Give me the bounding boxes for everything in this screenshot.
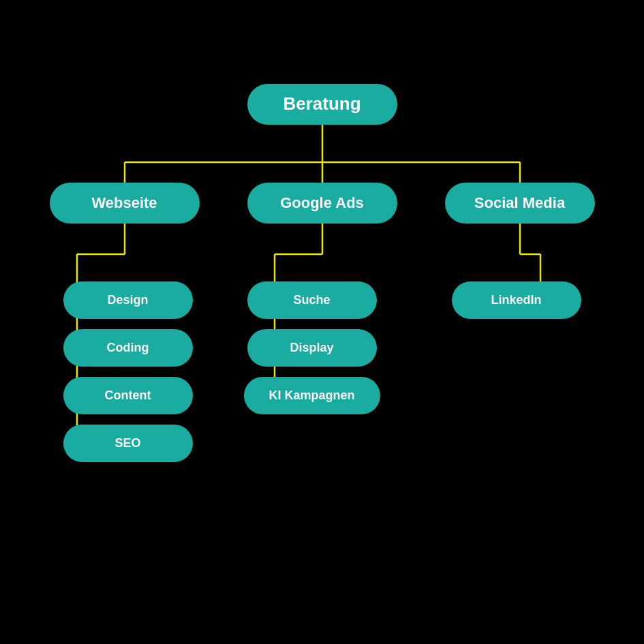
node-content-label: Content (105, 388, 151, 403)
connectors-svg (29, 57, 615, 588)
node-coding-label: Coding (107, 341, 149, 355)
node-googleads-label: Google Ads (280, 194, 364, 212)
node-suche: Suche (247, 281, 377, 319)
node-display-label: Display (290, 341, 333, 355)
node-beratung: Beratung (247, 84, 397, 125)
node-seo-label: SEO (114, 436, 140, 450)
node-ki-kampagnen: KI Kampagnen (244, 377, 380, 414)
node-suche-label: Suche (293, 293, 330, 307)
node-design: Design (63, 281, 193, 319)
node-coding: Coding (63, 329, 193, 367)
node-webseite: Webseite (50, 183, 200, 224)
node-googleads: Google Ads (247, 183, 397, 224)
node-linkedin: LinkedIn (452, 281, 581, 319)
node-beratung-label: Beratung (283, 93, 361, 114)
node-webseite-label: Webseite (91, 194, 157, 212)
node-design-label: Design (107, 293, 148, 307)
node-socialmedia-label: Social Media (474, 194, 565, 212)
node-seo: SEO (63, 425, 193, 462)
org-chart: Beratung Webseite Google Ads Social Medi… (29, 57, 615, 588)
node-display: Display (247, 329, 377, 367)
node-content: Content (63, 377, 193, 414)
node-linkedin-label: LinkedIn (491, 293, 541, 307)
node-socialmedia: Social Media (445, 183, 595, 224)
node-ki-label: KI Kampagnen (269, 388, 354, 403)
